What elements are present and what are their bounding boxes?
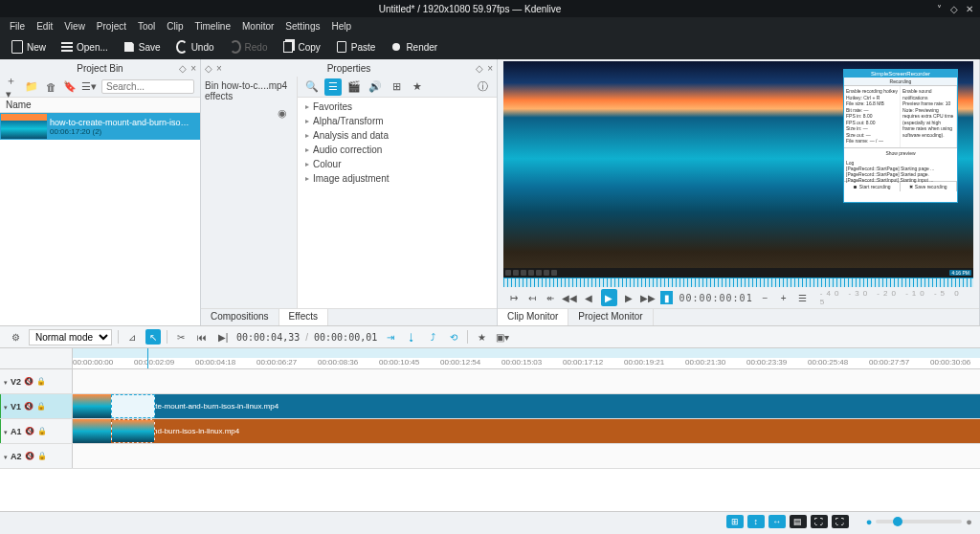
panel-close-icon[interactable]: ×	[216, 63, 222, 74]
add-clip-icon[interactable]: ＋▾	[6, 80, 19, 94]
zone-in-icon[interactable]: ↦	[507, 291, 520, 304]
tool-spacer-icon[interactable]: ⊿	[124, 329, 140, 345]
zoom-in-icon[interactable]: ●	[966, 516, 972, 527]
thumbnails-icon[interactable]: ▤	[790, 515, 807, 528]
marker-icon[interactable]: ▮	[660, 291, 673, 304]
insert-icon[interactable]: ⇥	[383, 329, 398, 345]
effect-category[interactable]: Colour	[298, 157, 497, 171]
menu-help[interactable]: Help	[326, 19, 358, 33]
track-header-a1[interactable]: A1🔇🔒	[0, 419, 73, 443]
monitor-preview[interactable]: SimpleScreenRecorder Recording Enable re…	[503, 61, 973, 278]
show-audio-icon[interactable]: ↔	[768, 515, 786, 528]
track-v1[interactable]: how-to-create-mount-and-burn-isos-in-lin…	[73, 394, 980, 418]
lock-icon[interactable]: 🔒	[37, 427, 47, 436]
playhead[interactable]	[147, 348, 148, 368]
panel-float-icon[interactable]: ◇	[205, 63, 212, 74]
chevron-down-icon[interactable]	[4, 452, 8, 461]
effect-category[interactable]: Favorites	[298, 100, 497, 114]
zoom-slider[interactable]	[876, 520, 962, 523]
effects-tab[interactable]: Effects	[279, 309, 328, 325]
properties-tab[interactable]: Properties	[327, 63, 371, 74]
minimize-icon[interactable]: ˅	[934, 4, 944, 13]
prev-frame-icon[interactable]: ◀	[582, 291, 594, 304]
tag-icon[interactable]: 🔖	[63, 80, 77, 94]
tc-minus-icon[interactable]: −	[759, 291, 771, 304]
undo-button[interactable]: Undo	[170, 39, 220, 55]
bin-column-name[interactable]: Name	[0, 98, 200, 113]
copy-button[interactable]: Copy	[277, 39, 325, 55]
chevron-down-icon[interactable]	[4, 402, 8, 412]
menu-edit[interactable]: Edit	[31, 19, 58, 33]
timeline-pos[interactable]: 00:00:04,33	[236, 332, 300, 343]
compositions-tab[interactable]: Compositions	[201, 309, 279, 325]
custom-effects-icon[interactable]: ⊞	[388, 78, 405, 96]
forward-icon[interactable]: ▶▶	[641, 291, 655, 304]
track-v2[interactable]	[73, 369, 980, 393]
search-icon[interactable]: 🔍	[303, 78, 321, 96]
snap-icon[interactable]: ⊞	[726, 515, 744, 528]
monitor-ruler[interactable]	[503, 278, 973, 287]
redo-button[interactable]: Redo	[224, 39, 274, 55]
render-button[interactable]: Render	[385, 39, 443, 55]
track-header-a2[interactable]: A2🔇🔒	[0, 444, 73, 468]
track-a2[interactable]	[73, 444, 980, 468]
menu-clip[interactable]: Clip	[161, 19, 189, 33]
skip-end-icon[interactable]: ▶|	[215, 329, 231, 345]
edit-mode-select[interactable]: Normal mode	[29, 329, 112, 345]
bin-clip-item[interactable]: how-to-create-mount-and-burn-isos-in-lin…	[0, 113, 200, 140]
fullscreen-icon[interactable]: ⛶	[832, 515, 849, 528]
monitor-timecode[interactable]: 00:00:00:01	[679, 293, 752, 303]
effects-list[interactable]: Favorites Alpha/Transform Analysis and d…	[298, 98, 497, 308]
zone-out-icon[interactable]: ↤	[525, 291, 538, 304]
project-monitor-tab[interactable]: Project Monitor	[568, 309, 653, 325]
mute-icon[interactable]: 🔇	[25, 427, 34, 436]
video-effects-icon[interactable]: 🎬	[345, 78, 363, 96]
project-bin-tab[interactable]: Project Bin	[77, 63, 122, 74]
rewind-icon[interactable]: ◀◀	[563, 291, 576, 304]
save-button[interactable]: Save	[118, 39, 167, 55]
panel-float-icon[interactable]: ◇	[476, 63, 483, 74]
menu-settings[interactable]: Settings	[279, 19, 325, 33]
menu-timeline[interactable]: Timeline	[189, 19, 236, 33]
favorite-icon[interactable]: ★	[474, 329, 489, 345]
show-markers-icon[interactable]: ↕	[747, 515, 765, 528]
create-folder-icon[interactable]: 📁	[25, 80, 38, 94]
maximize-icon[interactable]: ◇	[949, 4, 959, 13]
next-frame-icon[interactable]: ▶	[623, 291, 635, 304]
overwrite-icon[interactable]: ⭣	[404, 329, 419, 345]
razor-tool-icon[interactable]: ✂	[173, 329, 189, 345]
mute-icon[interactable]: 🔇	[25, 452, 34, 461]
effect-category[interactable]: Analysis and data	[298, 128, 497, 143]
play-button[interactable]: ▶	[601, 289, 617, 306]
lift-icon[interactable]: ⟲	[446, 329, 461, 345]
timeline-clip-video[interactable]: how-to-create-mount-and-burn-isos-in-lin…	[73, 394, 980, 418]
bin-search-input[interactable]	[101, 79, 194, 94]
chevron-down-icon[interactable]	[4, 377, 8, 387]
info-icon[interactable]: ⓘ	[474, 78, 491, 96]
lock-icon[interactable]: 🔒	[37, 452, 47, 461]
menu-view[interactable]: View	[58, 19, 91, 33]
track-a1[interactable]: …-mount-and-burn-isos-in-linux.mp4	[73, 419, 980, 443]
settings-icon[interactable]: ⚙	[8, 329, 23, 345]
menu-project[interactable]: Project	[91, 19, 132, 33]
visibility-icon[interactable]: ◉	[278, 107, 291, 121]
paste-button[interactable]: Paste	[330, 39, 382, 55]
options-icon[interactable]: ☰▾	[82, 80, 96, 94]
list-view-icon[interactable]: ☰	[324, 78, 342, 96]
extract-icon[interactable]: ⤴	[425, 329, 440, 345]
timeline-clip-audio[interactable]: …-mount-and-burn-isos-in-linux.mp4	[73, 419, 980, 443]
audio-effects-icon[interactable]: 🔊	[367, 78, 384, 96]
clip-monitor-tab[interactable]: Clip Monitor	[498, 309, 568, 325]
skip-start-icon[interactable]: ⏮	[194, 329, 210, 345]
menu-file[interactable]: File	[4, 19, 31, 33]
new-button[interactable]: New	[6, 39, 52, 55]
effect-category[interactable]: Image adjustment	[298, 171, 497, 186]
effect-category[interactable]: Audio correction	[298, 143, 497, 157]
preview-render-icon[interactable]: ▣▾	[495, 329, 510, 345]
effect-category[interactable]: Alpha/Transform	[298, 114, 497, 128]
track-header-v1[interactable]: V1🔇🔒	[0, 394, 73, 418]
tc-plus-icon[interactable]: +	[777, 291, 790, 304]
chevron-down-icon[interactable]	[4, 427, 8, 436]
go-start-icon[interactable]: ↞	[545, 291, 557, 304]
lock-icon[interactable]: 🔒	[36, 377, 46, 387]
